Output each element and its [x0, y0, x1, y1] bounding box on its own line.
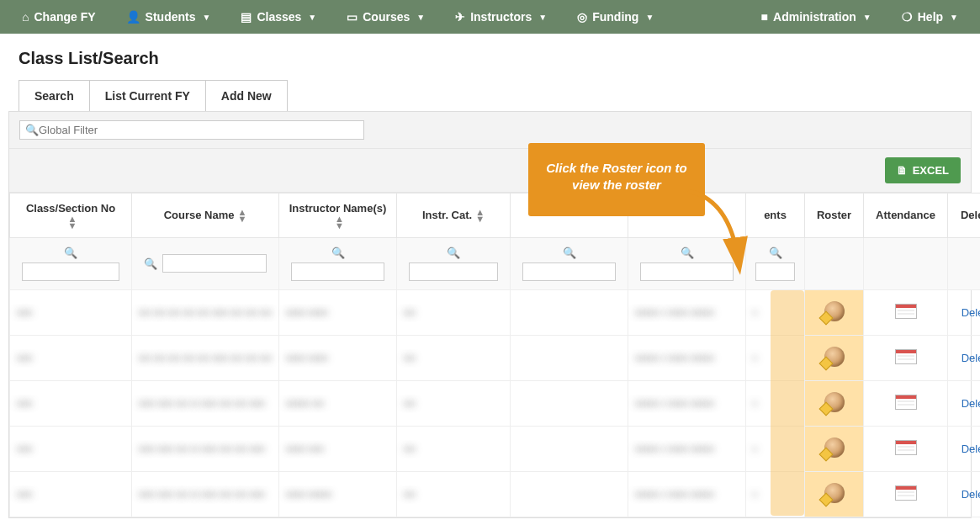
chevron-down-icon: ▼	[645, 13, 654, 22]
delete-link[interactable]: Delete	[961, 443, 980, 455]
nav-administration[interactable]: ■Administration▼	[746, 0, 887, 34]
delete-link[interactable]: Delete	[961, 397, 980, 410]
table-row: ▪▪▪▪▪▪▪▪ ▪▪▪▪ ▪▪▪ ▪▪ ▪▪▪▪ ▪▪▪ ▪▪▪ ▪▪▪▪▪▪…	[10, 471, 981, 517]
nav-classes[interactable]: ▤Classes▼	[225, 0, 331, 34]
roster-icon[interactable]	[824, 301, 845, 321]
cell-delete: Delete	[948, 471, 981, 517]
page-title: Class List/Search	[19, 49, 980, 68]
col-class-section[interactable]: Class/Section No	[10, 194, 132, 238]
cell-class-section[interactable]: ▪▪▪▪	[10, 335, 132, 380]
table-row: ▪▪▪▪▪▪▪ ▪▪▪ ▪▪▪ ▪▪▪ ▪▪▪ ▪▪▪▪ ▪▪▪ ▪▪▪ ▪▪▪…	[10, 335, 981, 380]
filter-class-section[interactable]	[22, 262, 119, 281]
col-delete: Delete	[948, 194, 981, 238]
nav-courses[interactable]: ▭Courses▼	[331, 0, 440, 34]
tab-add-new[interactable]: Add New	[205, 80, 288, 111]
col-attendance: Attendance	[864, 194, 948, 238]
calendar-icon[interactable]	[895, 395, 917, 410]
cell-instr-cat: ▪▪▪	[397, 289, 511, 335]
top-nav: ⌂Change FY 👤Students▼ ▤Classes▼ ▭Courses…	[0, 0, 980, 34]
nav-label: Change FY	[34, 10, 95, 24]
cell-class-section[interactable]: ▪▪▪▪	[10, 289, 132, 335]
calendar-icon[interactable]	[895, 485, 917, 501]
chevron-down-icon: ▼	[863, 13, 871, 22]
cell-delete: Delete	[948, 426, 981, 471]
roster-icon[interactable]	[824, 483, 845, 503]
cell-course-name[interactable]: ▪▪▪▪ ▪▪▪▪ ▪▪▪ ▪▪ ▪▪▪▪ ▪▪▪ ▪▪▪ ▪▪▪▪	[132, 380, 279, 426]
delete-link[interactable]: Delete	[961, 488, 980, 501]
col-instr-cat[interactable]: Instr. Cat.	[397, 194, 511, 238]
nav-label: Funding	[592, 10, 638, 24]
cell-instr-cat: ▪▪▪	[397, 380, 511, 426]
class-table: Class/Section No Course Name Instructor …	[9, 193, 980, 517]
search-icon: 🔍	[64, 247, 77, 259]
nav-label: Help	[918, 10, 943, 24]
arrow-icon	[680, 183, 772, 275]
tab-list-current-fy[interactable]: List Current FY	[89, 80, 206, 111]
search-icon: 🔍	[447, 247, 460, 259]
tab-search[interactable]: Search	[19, 80, 90, 111]
col-instructor-names[interactable]: Instructor Name(s)	[279, 194, 397, 238]
cell-students: ▪	[746, 426, 805, 471]
search-icon: 🔍	[25, 124, 39, 136]
cell-students: ▪	[746, 380, 805, 426]
sort-icon	[68, 215, 77, 229]
delete-link[interactable]: Delete	[961, 306, 980, 319]
cell-col6: ▪▪▪▪▪▪ ▪ ▪▪▪▪▪ ▪▪▪▪▪▪	[628, 471, 746, 517]
col-roster: Roster	[805, 194, 864, 238]
filter-instr-cat[interactable]	[409, 262, 498, 281]
cell-instructor: ▪▪▪▪▪ ▪▪▪▪	[279, 426, 397, 471]
nav-funding[interactable]: ◎Funding▼	[562, 0, 669, 34]
col-course-name[interactable]: Course Name	[132, 194, 279, 238]
cell-roster	[805, 335, 864, 380]
nav-change-fy[interactable]: ⌂Change FY	[7, 0, 111, 34]
cell-col6: ▪▪▪▪▪▪ ▪ ▪▪▪▪▪ ▪▪▪▪▪▪	[628, 426, 746, 471]
cell-col5	[511, 380, 628, 426]
cell-instr-cat: ▪▪▪	[397, 471, 511, 517]
cell-class-section[interactable]: ▪▪▪▪	[10, 426, 132, 471]
chevron-down-icon: ▼	[538, 13, 547, 22]
calendar-icon[interactable]	[895, 304, 917, 319]
calendar-icon[interactable]	[895, 440, 917, 455]
delete-link[interactable]: Delete	[961, 352, 980, 364]
sort-icon	[475, 209, 485, 222]
calendar-icon[interactable]	[895, 349, 917, 364]
cell-instructor: ▪▪▪▪▪▪ ▪▪▪	[279, 380, 397, 426]
cell-col5	[511, 471, 628, 517]
file-icon: 🗎	[897, 164, 908, 177]
cell-col6: ▪▪▪▪▪▪ ▪ ▪▪▪▪▪ ▪▪▪▪▪▪	[628, 335, 746, 380]
cell-course-name[interactable]: ▪▪▪ ▪▪▪ ▪▪▪ ▪▪▪ ▪▪▪ ▪▪▪▪ ▪▪▪ ▪▪▪ ▪▪▪	[132, 289, 279, 335]
filter-course-name[interactable]	[162, 254, 266, 273]
nav-label: Courses	[363, 10, 410, 24]
table-row: ▪▪▪▪▪▪▪ ▪▪▪ ▪▪▪ ▪▪▪ ▪▪▪ ▪▪▪▪ ▪▪▪ ▪▪▪ ▪▪▪…	[10, 289, 981, 335]
global-filter-input[interactable]	[39, 124, 358, 136]
cell-attendance	[864, 289, 948, 335]
cell-roster	[805, 471, 864, 517]
export-excel-button[interactable]: 🗎EXCEL	[885, 157, 961, 183]
cell-attendance	[864, 335, 948, 380]
cell-course-name[interactable]: ▪▪▪ ▪▪▪ ▪▪▪ ▪▪▪ ▪▪▪ ▪▪▪▪ ▪▪▪ ▪▪▪ ▪▪▪	[132, 335, 279, 380]
nav-students[interactable]: 👤Students▼	[111, 0, 226, 34]
cell-class-section[interactable]: ▪▪▪▪	[10, 380, 132, 426]
home-icon: ⌂	[22, 10, 29, 24]
cell-col5	[511, 426, 628, 471]
table-row: ▪▪▪▪▪▪▪▪ ▪▪▪▪ ▪▪▪ ▪▪ ▪▪▪▪ ▪▪▪ ▪▪▪ ▪▪▪▪▪▪…	[10, 426, 981, 471]
cell-course-name[interactable]: ▪▪▪▪ ▪▪▪▪ ▪▪▪ ▪▪ ▪▪▪▪ ▪▪▪ ▪▪▪ ▪▪▪▪	[132, 471, 279, 517]
callout-text: Click the Roster icon to view the roster	[546, 161, 687, 192]
nav-help[interactable]: ❍Help▼	[887, 0, 973, 34]
roster-icon[interactable]	[824, 438, 845, 458]
roster-icon[interactable]	[824, 392, 845, 412]
cell-roster	[805, 426, 864, 471]
cell-course-name[interactable]: ▪▪▪▪ ▪▪▪▪ ▪▪▪ ▪▪ ▪▪▪▪ ▪▪▪ ▪▪▪ ▪▪▪▪	[132, 426, 279, 471]
cell-students: ▪	[746, 471, 805, 517]
chevron-down-icon: ▼	[416, 13, 425, 22]
filter-col5[interactable]	[522, 262, 616, 281]
cell-delete: Delete	[948, 380, 981, 426]
nav-instructors[interactable]: ✈Instructors▼	[440, 0, 562, 34]
roster-icon[interactable]	[824, 347, 845, 367]
cell-attendance	[864, 471, 948, 517]
cell-class-section[interactable]: ▪▪▪▪	[10, 471, 132, 517]
filter-instructor[interactable]	[291, 262, 384, 281]
person-icon: 👤	[126, 10, 140, 24]
list-icon: ▤	[241, 10, 252, 24]
folder-icon: ■	[761, 10, 768, 24]
